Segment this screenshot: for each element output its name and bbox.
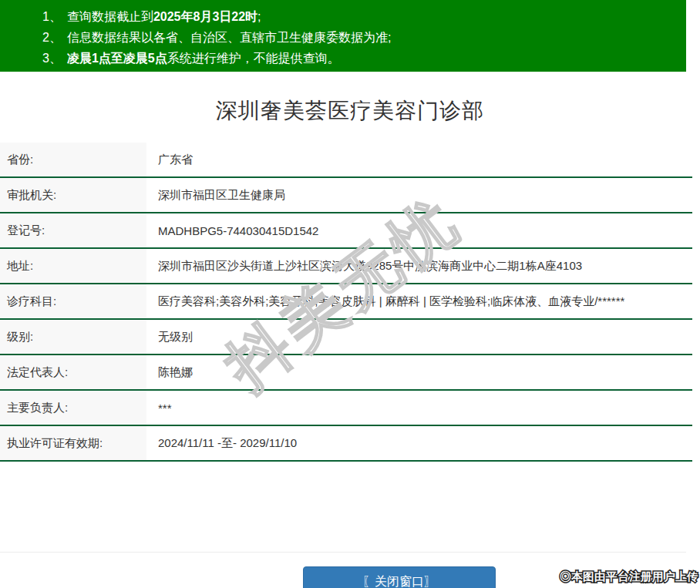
row-value: MADHBPG5-744030415D1542 xyxy=(146,224,318,237)
table-row-license-validity: 执业许可证有效期: 2024/11/11 -至- 2029/11/10 xyxy=(0,426,692,462)
page-title: 深圳奢美荟医疗美容门诊部 xyxy=(0,97,700,125)
uploader-note: ◎本图由平台注册用户上传 xyxy=(560,570,698,584)
row-value: *** xyxy=(146,402,172,415)
row-label: 法定代表人: xyxy=(0,355,146,389)
row-label: 诊疗科目: xyxy=(0,284,146,318)
notice-number: 3、 xyxy=(42,48,62,69)
notice-banner: 1、查询数据截止到2025年8月3日22时; 2、信息数据结果以各省、自治区、直… xyxy=(0,0,686,72)
row-label: 登记号: xyxy=(0,213,146,247)
table-row-level: 级别: 无级别 xyxy=(0,320,692,355)
notice-line-2: 2、信息数据结果以各省、自治区、直辖市卫生健康委数据为准; xyxy=(42,27,686,48)
row-value: 深圳市福田区沙头街道上沙社区滨河大道9285号中洲滨海商业中心二期1栋A座410… xyxy=(146,259,582,274)
row-label: 执业许可证有效期: xyxy=(0,426,146,460)
institution-info-table: 省份: 广东省 审批机关: 深圳市福田区卫生健康局 登记号: MADHBPG5-… xyxy=(0,143,692,462)
row-label: 主要负责人: xyxy=(0,391,146,425)
notice-line-1: 1、查询数据截止到2025年8月3日22时; xyxy=(42,6,686,27)
table-row-address: 地址: 深圳市福田区沙头街道上沙社区滨河大道9285号中洲滨海商业中心二期1栋A… xyxy=(0,249,692,284)
row-value: 陈艳娜 xyxy=(146,365,193,380)
table-row-medical-subjects: 诊疗科目: 医疗美容科;美容外科;美容牙科;美容皮肤科 | 麻醉科 | 医学检验… xyxy=(0,284,692,320)
table-row-legal-representative: 法定代表人: 陈艳娜 xyxy=(0,355,692,391)
notice-number: 1、 xyxy=(42,6,62,27)
row-label: 地址: xyxy=(0,249,146,283)
table-row-registration-number: 登记号: MADHBPG5-744030415D1542 xyxy=(0,213,692,249)
table-row-approval-authority: 审批机关: 深圳市福田区卫生健康局 xyxy=(0,178,692,213)
row-label: 省份: xyxy=(0,143,146,176)
notice-text: 凌晨1点至凌晨5点系统进行维护，不能提供查询。 xyxy=(67,52,340,65)
notice-text: 信息数据结果以各省、自治区、直辖市卫生健康委数据为准; xyxy=(67,31,391,44)
row-value: 医疗美容科;美容外科;美容牙科;美容皮肤科 | 麻醉科 | 医学检验科;临床体液… xyxy=(146,294,624,309)
row-label: 审批机关: xyxy=(0,178,146,212)
notice-number: 2、 xyxy=(42,27,62,48)
notice-text: 查询数据截止到2025年8月3日22时; xyxy=(67,10,261,23)
table-row-principal: 主要负责人: *** xyxy=(0,391,692,426)
table-row-province: 省份: 广东省 xyxy=(0,143,692,178)
license-query-page: { "banner": { "bg_color": "#008000", "no… xyxy=(0,0,700,588)
row-value: 深圳市福田区卫生健康局 xyxy=(146,188,285,203)
close-window-button[interactable]: 〖关闭窗口〗 xyxy=(303,566,496,588)
row-value: 2024/11/11 -至- 2029/11/10 xyxy=(146,436,297,451)
row-value: 广东省 xyxy=(146,153,193,167)
notice-line-3: 3、凌晨1点至凌晨5点系统进行维护，不能提供查询。 xyxy=(42,48,686,69)
row-value: 无级别 xyxy=(146,330,193,344)
footer-divider xyxy=(0,552,686,553)
row-label: 级别: xyxy=(0,320,146,354)
